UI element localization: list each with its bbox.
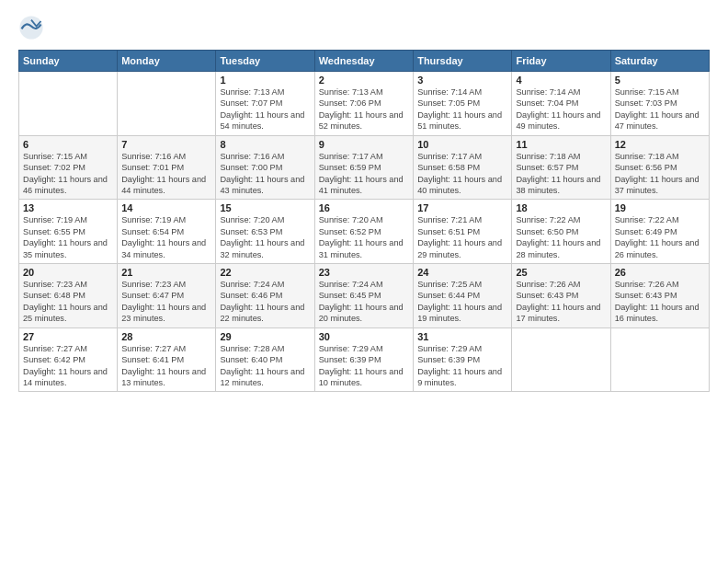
- day-info: Sunrise: 7:29 AMSunset: 6:39 PMDaylight:…: [417, 343, 507, 389]
- logo: [18, 15, 48, 40]
- calendar-header-saturday: Saturday: [610, 51, 709, 72]
- day-info: Sunrise: 7:21 AMSunset: 6:51 PMDaylight:…: [417, 214, 507, 260]
- day-info: Sunrise: 7:27 AMSunset: 6:41 PMDaylight:…: [121, 343, 211, 389]
- day-number: 8: [220, 139, 310, 150]
- day-number: 20: [23, 267, 113, 278]
- day-number: 12: [615, 139, 705, 150]
- calendar-cell: [610, 327, 709, 392]
- day-number: 4: [516, 75, 606, 86]
- calendar-cell: 24Sunrise: 7:25 AMSunset: 6:44 PMDayligh…: [414, 264, 512, 328]
- page: SundayMondayTuesdayWednesdayThursdayFrid…: [0, 0, 728, 563]
- calendar-header-sunday: Sunday: [19, 51, 118, 72]
- day-number: 19: [615, 202, 705, 213]
- calendar-cell: 8Sunrise: 7:16 AMSunset: 7:00 PMDaylight…: [216, 135, 314, 200]
- day-number: 7: [121, 139, 211, 150]
- day-info: Sunrise: 7:26 AMSunset: 6:43 PMDaylight:…: [516, 279, 606, 325]
- calendar-cell: 29Sunrise: 7:28 AMSunset: 6:40 PMDayligh…: [216, 327, 314, 392]
- calendar-cell: 19Sunrise: 7:22 AMSunset: 6:49 PMDayligh…: [610, 200, 709, 264]
- calendar-cell: 13Sunrise: 7:19 AMSunset: 6:55 PMDayligh…: [19, 200, 118, 264]
- calendar-cell: 10Sunrise: 7:17 AMSunset: 6:58 PMDayligh…: [414, 135, 512, 200]
- calendar-cell: 30Sunrise: 7:29 AMSunset: 6:39 PMDayligh…: [314, 327, 413, 392]
- day-number: 25: [516, 267, 606, 278]
- day-number: 5: [615, 75, 705, 86]
- day-number: 3: [417, 75, 507, 86]
- day-number: 27: [23, 331, 113, 342]
- calendar-cell: 2Sunrise: 7:13 AMSunset: 7:06 PMDaylight…: [314, 72, 413, 136]
- calendar-cell: 18Sunrise: 7:22 AMSunset: 6:50 PMDayligh…: [512, 200, 610, 264]
- day-number: 24: [417, 267, 507, 278]
- day-info: Sunrise: 7:20 AMSunset: 6:52 PMDaylight:…: [319, 214, 409, 260]
- day-number: 13: [23, 202, 113, 213]
- day-info: Sunrise: 7:15 AMSunset: 7:02 PMDaylight:…: [23, 151, 113, 197]
- day-info: Sunrise: 7:28 AMSunset: 6:40 PMDaylight:…: [220, 343, 310, 389]
- calendar-cell: 27Sunrise: 7:27 AMSunset: 6:42 PMDayligh…: [19, 327, 118, 392]
- calendar-week-row: 20Sunrise: 7:23 AMSunset: 6:48 PMDayligh…: [19, 264, 710, 328]
- calendar-cell: 14Sunrise: 7:19 AMSunset: 6:54 PMDayligh…: [118, 200, 216, 264]
- day-info: Sunrise: 7:23 AMSunset: 6:48 PMDaylight:…: [23, 279, 113, 325]
- day-number: 2: [319, 75, 409, 86]
- day-number: 26: [615, 267, 705, 278]
- calendar-cell: [19, 72, 118, 136]
- day-number: 31: [417, 331, 507, 342]
- calendar-header-monday: Monday: [118, 51, 216, 72]
- calendar-cell: 4Sunrise: 7:14 AMSunset: 7:04 PMDaylight…: [512, 72, 610, 136]
- day-number: 16: [319, 202, 409, 213]
- day-info: Sunrise: 7:13 AMSunset: 7:06 PMDaylight:…: [319, 86, 409, 132]
- day-number: 30: [319, 331, 409, 342]
- calendar-week-row: 6Sunrise: 7:15 AMSunset: 7:02 PMDaylight…: [19, 135, 710, 200]
- day-number: 1: [220, 75, 310, 86]
- calendar-cell: 23Sunrise: 7:24 AMSunset: 6:45 PMDayligh…: [314, 264, 413, 328]
- day-number: 17: [417, 202, 507, 213]
- day-number: 15: [220, 202, 310, 213]
- day-info: Sunrise: 7:24 AMSunset: 6:45 PMDaylight:…: [319, 279, 409, 325]
- calendar-cell: 31Sunrise: 7:29 AMSunset: 6:39 PMDayligh…: [414, 327, 512, 392]
- calendar-week-row: 13Sunrise: 7:19 AMSunset: 6:55 PMDayligh…: [19, 200, 710, 264]
- day-info: Sunrise: 7:14 AMSunset: 7:04 PMDaylight:…: [516, 86, 606, 132]
- logo-icon: [18, 15, 44, 40]
- calendar-header-row: SundayMondayTuesdayWednesdayThursdayFrid…: [19, 51, 710, 72]
- day-info: Sunrise: 7:22 AMSunset: 6:50 PMDaylight:…: [516, 214, 606, 260]
- day-number: 10: [417, 139, 507, 150]
- day-number: 11: [516, 139, 606, 150]
- day-info: Sunrise: 7:25 AMSunset: 6:44 PMDaylight:…: [417, 279, 507, 325]
- calendar-cell: 6Sunrise: 7:15 AMSunset: 7:02 PMDaylight…: [19, 135, 118, 200]
- calendar-header-friday: Friday: [512, 51, 610, 72]
- day-info: Sunrise: 7:18 AMSunset: 6:57 PMDaylight:…: [516, 151, 606, 197]
- day-info: Sunrise: 7:19 AMSunset: 6:55 PMDaylight:…: [23, 214, 113, 260]
- day-number: 23: [319, 267, 409, 278]
- calendar-cell: 17Sunrise: 7:21 AMSunset: 6:51 PMDayligh…: [414, 200, 512, 264]
- calendar-cell: 20Sunrise: 7:23 AMSunset: 6:48 PMDayligh…: [19, 264, 118, 328]
- day-info: Sunrise: 7:15 AMSunset: 7:03 PMDaylight:…: [615, 86, 705, 132]
- calendar-cell: 16Sunrise: 7:20 AMSunset: 6:52 PMDayligh…: [314, 200, 413, 264]
- calendar-cell: 28Sunrise: 7:27 AMSunset: 6:41 PMDayligh…: [118, 327, 216, 392]
- day-number: 28: [121, 331, 211, 342]
- calendar-cell: 21Sunrise: 7:23 AMSunset: 6:47 PMDayligh…: [118, 264, 216, 328]
- day-info: Sunrise: 7:22 AMSunset: 6:49 PMDaylight:…: [615, 214, 705, 260]
- day-info: Sunrise: 7:27 AMSunset: 6:42 PMDaylight:…: [23, 343, 113, 389]
- day-info: Sunrise: 7:14 AMSunset: 7:05 PMDaylight:…: [417, 86, 507, 132]
- calendar-cell: 12Sunrise: 7:18 AMSunset: 6:56 PMDayligh…: [610, 135, 709, 200]
- day-number: 22: [220, 267, 310, 278]
- calendar-week-row: 1Sunrise: 7:13 AMSunset: 7:07 PMDaylight…: [19, 72, 710, 136]
- calendar-header-tuesday: Tuesday: [216, 51, 314, 72]
- calendar-cell: 11Sunrise: 7:18 AMSunset: 6:57 PMDayligh…: [512, 135, 610, 200]
- day-info: Sunrise: 7:23 AMSunset: 6:47 PMDaylight:…: [121, 279, 211, 325]
- day-info: Sunrise: 7:13 AMSunset: 7:07 PMDaylight:…: [220, 86, 310, 132]
- day-number: 9: [319, 139, 409, 150]
- day-number: 6: [23, 139, 113, 150]
- day-number: 21: [121, 267, 211, 278]
- day-number: 29: [220, 331, 310, 342]
- calendar-cell: 1Sunrise: 7:13 AMSunset: 7:07 PMDaylight…: [216, 72, 314, 136]
- day-number: 18: [516, 202, 606, 213]
- calendar-header-wednesday: Wednesday: [314, 51, 413, 72]
- calendar-cell: 15Sunrise: 7:20 AMSunset: 6:53 PMDayligh…: [216, 200, 314, 264]
- calendar-cell: [118, 72, 216, 136]
- calendar-cell: 5Sunrise: 7:15 AMSunset: 7:03 PMDaylight…: [610, 72, 709, 136]
- calendar-cell: 7Sunrise: 7:16 AMSunset: 7:01 PMDaylight…: [118, 135, 216, 200]
- day-info: Sunrise: 7:24 AMSunset: 6:46 PMDaylight:…: [220, 279, 310, 325]
- calendar-cell: 26Sunrise: 7:26 AMSunset: 6:43 PMDayligh…: [610, 264, 709, 328]
- day-info: Sunrise: 7:16 AMSunset: 7:01 PMDaylight:…: [121, 151, 211, 197]
- day-info: Sunrise: 7:19 AMSunset: 6:54 PMDaylight:…: [121, 214, 211, 260]
- calendar-table: SundayMondayTuesdayWednesdayThursdayFrid…: [18, 50, 710, 392]
- day-info: Sunrise: 7:17 AMSunset: 6:59 PMDaylight:…: [319, 151, 409, 197]
